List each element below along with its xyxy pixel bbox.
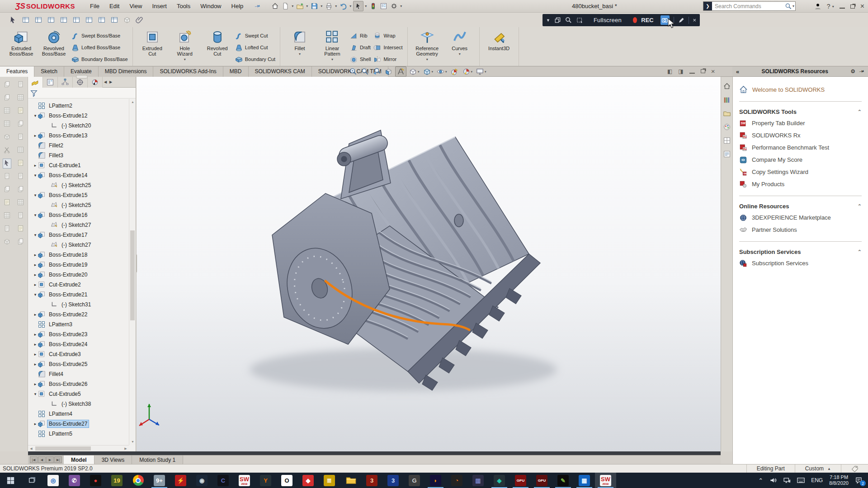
tree-item[interactable]: Fillet3 (28, 150, 129, 160)
feature-tab-part[interactable] (28, 77, 43, 88)
intersect-button[interactable]: Intersect (373, 43, 402, 52)
rec-zoom-icon[interactable] (565, 17, 572, 23)
options-list-button[interactable] (379, 1, 388, 11)
shell-button[interactable]: Shell (350, 55, 371, 63)
gold-docs[interactable]: ≣ (319, 473, 340, 488)
new-doc-caret-icon[interactable]: ▾ (292, 4, 293, 8)
task-pane-tab-grid[interactable] (722, 136, 732, 145)
filmora[interactable]: ◆ (489, 473, 510, 488)
firefox[interactable]: ◗ (425, 473, 446, 488)
tree-item[interactable]: ▾Boss-Extrude17 (28, 230, 129, 240)
task-pane-link[interactable]: My Products (739, 178, 862, 190)
tree-item[interactable]: ▾Boss-Extrude16 (28, 210, 129, 220)
mirror-button[interactable]: Mirror (373, 55, 402, 63)
tree-expand-icon[interactable]: ▾ (33, 392, 38, 396)
gpu-tweak[interactable]: GPU (510, 473, 531, 488)
left-toolbar-icon[interactable] (3, 211, 11, 221)
help-caret-icon[interactable]: ▾ (832, 5, 834, 9)
display-style-button[interactable]: ▾ (408, 67, 420, 76)
tree-item[interactable]: ▾Boss-Extrude14 (28, 170, 129, 180)
left-toolbar-icon[interactable] (17, 120, 24, 129)
tree-item[interactable]: ▾Cut-Extrude5 (28, 389, 129, 399)
tree-item[interactable]: (-) Sketch27 (28, 240, 129, 250)
toolbar-icon[interactable] (71, 15, 81, 25)
doc-tab-model[interactable]: Model (64, 455, 94, 464)
dropdown-caret-icon[interactable]: ▾ (445, 70, 447, 74)
left-toolbar-icon[interactable] (3, 80, 11, 89)
filter-funnel-icon[interactable] (30, 89, 38, 97)
smart-notebook[interactable]: ✎ (552, 473, 574, 488)
rec-windows-icon[interactable] (554, 17, 561, 23)
chrome[interactable] (127, 473, 149, 488)
tree-expand-icon[interactable]: ▾ (33, 113, 38, 118)
collapse-chevron-icon[interactable]: ⌃ (858, 109, 862, 115)
task-pane-tab-home[interactable] (722, 81, 732, 91)
aida64[interactable]: ⚡ (170, 473, 191, 488)
left-toolbar-icon[interactable] (3, 185, 11, 194)
volume-icon[interactable] (769, 477, 777, 484)
select-button[interactable] (353, 1, 363, 11)
menu-insert[interactable]: Insert (147, 0, 172, 12)
instant3d-button[interactable]: Instant3D (484, 29, 514, 51)
doc-restore-button[interactable] (701, 69, 705, 73)
tree-expand-icon[interactable]: ▸ (33, 342, 38, 347)
messages-9plus[interactable]: 9+ (149, 473, 170, 488)
gear-caret-icon[interactable]: ▾ (400, 4, 402, 8)
pin-menu-icon[interactable]: 📌︎ (253, 2, 262, 11)
task-pane-link[interactable]: Partner Solutions (739, 224, 862, 236)
bucket-3d-model[interactable] (137, 77, 721, 451)
feature-tab-pm-list[interactable] (43, 77, 58, 88)
network-icon[interactable] (783, 477, 791, 484)
dropdown-caret-icon[interactable]: ▾ (459, 52, 461, 56)
feature-tab-appearance[interactable] (88, 77, 103, 88)
rec-region-icon[interactable] (576, 17, 583, 23)
wrap-button[interactable]: Wrap (373, 32, 402, 40)
task-pane-link[interactable]: SWProperty Tab Builder (739, 117, 862, 129)
pattern-button[interactable]: Linear Pattern▾ (317, 29, 347, 61)
gear-button[interactable] (389, 1, 399, 11)
tree-item[interactable]: ▾Boss-Extrude15 (28, 190, 129, 200)
fillet-button[interactable]: Fillet▾ (285, 29, 315, 56)
menu-file[interactable]: File (85, 0, 104, 12)
swept-button[interactable]: Swept Cut (235, 32, 275, 40)
task-pane-link[interactable]: SWCopy Settings Wizard (739, 166, 862, 178)
select-caret-icon[interactable]: ▾ (365, 4, 367, 8)
language-indicator[interactable]: ENG (811, 477, 823, 483)
drink-app[interactable]: Y (255, 473, 276, 488)
search-commands-box[interactable]: ❯ Search Commands ▾ (703, 1, 796, 11)
task-pane-tab-folder[interactable] (722, 108, 732, 118)
menu-help[interactable]: Help (226, 0, 249, 12)
rib-button[interactable]: Rib (350, 32, 371, 40)
tree-expand-icon[interactable]: ▾ (33, 292, 38, 297)
steam[interactable]: ◉ (191, 473, 212, 488)
collapse-chevron-icon[interactable]: ⌃ (858, 249, 862, 255)
extrude-boss-button[interactable]: Extruded Boss/Base (6, 29, 36, 56)
hide-annotations-button[interactable] (395, 66, 406, 77)
view-orientation-button[interactable]: ▾ (422, 67, 434, 76)
section-header[interactable]: Online Resources⌃ (739, 201, 862, 211)
left-toolbar-icon[interactable] (17, 225, 24, 234)
left-toolbar-icon[interactable] (3, 133, 11, 142)
tree-item[interactable]: ▸Boss-Extrude25 (28, 359, 129, 369)
previous-view-button[interactable] (372, 67, 382, 76)
units-selector[interactable]: Custom▲ (795, 465, 841, 473)
left-toolbar-icon[interactable] (3, 120, 11, 129)
search-caret-icon[interactable]: ▾ (793, 4, 794, 8)
edit-appearance-button[interactable] (449, 67, 460, 76)
notification-center-icon[interactable]: 2 (855, 477, 863, 484)
tree-item[interactable]: ▸Cut-Extrude2 (28, 280, 129, 290)
hide-show-items-button[interactable]: ▾ (435, 67, 448, 76)
blender[interactable]: ◔ (446, 473, 467, 488)
tree-expand-icon[interactable]: ▸ (33, 272, 38, 277)
rebuild-button[interactable] (368, 1, 378, 11)
left-toolbar-icon[interactable] (3, 159, 11, 168)
swept-button[interactable]: Swept Boss/Base (71, 32, 128, 40)
left-toolbar-icon[interactable] (17, 172, 24, 181)
screen-recorder[interactable]: ● (85, 473, 106, 488)
rec-close-icon[interactable]: × (693, 17, 696, 23)
login-user-icon[interactable] (814, 3, 821, 10)
view-settings-button[interactable]: ▾ (475, 67, 487, 76)
tree-item[interactable]: (-) Sketch38 (28, 399, 129, 409)
task-pane-link[interactable]: Compare My Score (739, 154, 862, 166)
left-toolbar-icon[interactable] (17, 107, 24, 116)
